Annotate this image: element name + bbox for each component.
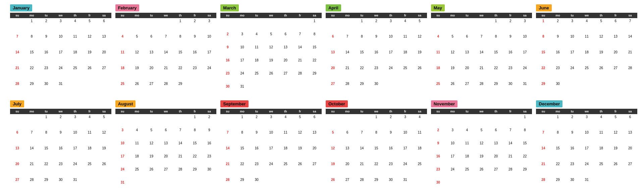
day-header-mo: mo <box>235 13 249 18</box>
calendar-day-cell: 17 <box>445 153 460 166</box>
calendar-day-cell: 30 <box>250 177 264 193</box>
calendar-day-cell: 23 <box>369 65 383 81</box>
calendar-empty-cell <box>340 18 355 34</box>
calendar-day-cell: 11 <box>250 44 264 57</box>
calendar-day-cell: 27 <box>159 166 173 180</box>
calendar-day-cell: 21 <box>340 65 355 81</box>
day-header-fr: fr <box>503 109 518 114</box>
calendar-day-cell: 7 <box>503 127 518 140</box>
month-april: Aprilsumotuwethfrsa123456789101112131415… <box>326 3 427 97</box>
calendar-day-cell: 28 <box>159 81 173 97</box>
calendar-day-cell: 15 <box>536 50 550 65</box>
day-header-su: su <box>431 109 445 114</box>
calendar-day-cell: 14 <box>355 146 369 161</box>
calendar-day-cell: 25 <box>398 65 412 81</box>
calendar-day-cell: 9 <box>39 34 53 50</box>
calendar-empty-cell <box>340 114 355 130</box>
calendar-day-cell: 18 <box>68 50 82 65</box>
calendar-day-cell: 5 <box>293 114 307 130</box>
calendar-day-cell: 1 <box>550 114 565 130</box>
calendar-empty-cell <box>326 114 340 130</box>
calendar-day-cell: 26 <box>264 70 278 84</box>
calendar-day-cell: 29 <box>235 177 249 193</box>
calendar-day-cell: 5 <box>97 114 111 130</box>
calendar-day-cell: 29 <box>39 177 53 193</box>
month-july: Julysumotuwethfrsa1234567891011121314151… <box>10 99 111 193</box>
day-header-th: th <box>594 13 608 18</box>
day-header-we: we <box>159 109 173 114</box>
day-header-su: su <box>326 13 340 18</box>
calendar-day-cell: 4 <box>460 127 474 140</box>
calendar-day-cell: 28 <box>340 81 355 97</box>
calendar-day-cell: 14 <box>623 34 637 50</box>
calendar-day-cell: 1 <box>489 18 503 34</box>
calendar-day-cell: 10 <box>518 34 532 50</box>
day-header-sa: sa <box>307 109 322 114</box>
calendar-day-cell: 28 <box>173 166 187 180</box>
calendar-day-cell: 9 <box>53 130 68 146</box>
day-header-su: su <box>536 13 550 18</box>
month-august: Augustsumotuwethfrsa12345678910111213141… <box>115 99 217 193</box>
day-header-fr: fr <box>398 13 412 18</box>
calendar-day-cell: 13 <box>326 50 340 65</box>
calendar-day-cell: 5 <box>144 127 159 140</box>
day-header-su: su <box>10 13 24 18</box>
calendar-day-cell: 28 <box>24 177 39 193</box>
calendar-day-cell: 27 <box>278 70 293 84</box>
calendar-day-cell: 19 <box>445 65 460 81</box>
day-header-su: su <box>326 109 340 114</box>
day-header-sa: sa <box>202 13 216 18</box>
day-header-fr: fr <box>187 109 202 114</box>
calendar-day-cell: 14 <box>173 140 187 153</box>
calendar-day-cell: 20 <box>340 161 355 177</box>
day-header-fr: fr <box>293 13 307 18</box>
day-header-th: th <box>489 109 503 114</box>
calendar-day-cell: 24 <box>68 161 82 177</box>
calendar-day-cell: 20 <box>608 50 623 65</box>
calendar-day-cell: 29 <box>518 166 532 180</box>
calendar-day-cell: 10 <box>565 34 580 50</box>
calendar-empty-cell <box>293 18 307 31</box>
calendar-day-cell: 2 <box>565 114 580 130</box>
calendar-day-cell: 6 <box>10 130 24 146</box>
calendar-day-cell: 4 <box>413 114 427 130</box>
day-header-tu: tu <box>250 13 264 18</box>
calendar-day-cell: 23 <box>503 65 518 81</box>
calendar-day-cell: 23 <box>383 161 398 177</box>
calendar-day-cell: 10 <box>264 130 278 146</box>
calendar-empty-cell <box>460 114 474 127</box>
main-container: Januarysumotuwethfrsa1234567891011121314… <box>0 0 644 196</box>
month-name-december: December <box>536 100 562 107</box>
day-header-su: su <box>536 109 550 114</box>
calendar-empty-cell <box>326 18 340 34</box>
month-march: Marchsumotuwethfrsa123456789101112131415… <box>220 3 322 97</box>
calendar-day-cell: 6 <box>144 34 159 50</box>
calendar-day-cell: 16 <box>565 146 580 161</box>
calendar-day-cell: 7 <box>340 34 355 50</box>
calendar-day-cell: 14 <box>159 50 173 65</box>
calendar-day-cell: 4 <box>431 34 445 50</box>
calendar-empty-cell <box>431 114 445 127</box>
calendar-day-cell: 1 <box>536 18 550 34</box>
calendar-day-cell: 6 <box>340 130 355 146</box>
calendar-day-cell: 1 <box>173 18 187 34</box>
day-header-sa: sa <box>623 109 637 114</box>
calendar-day-cell: 8 <box>24 34 39 50</box>
calendar-day-cell: 12 <box>445 50 460 65</box>
calendar-day-cell: 26 <box>594 65 608 81</box>
day-header-we: we <box>369 109 383 114</box>
calendar-empty-cell <box>460 18 474 34</box>
calendar-day-cell: 30 <box>565 177 580 193</box>
calendar-day-cell: 20 <box>460 65 474 81</box>
day-header-mo: mo <box>24 13 39 18</box>
calendar-empty-cell <box>144 18 159 34</box>
calendar-day-cell: 31 <box>235 84 249 97</box>
day-header-su: su <box>220 13 235 18</box>
calendar-day-cell: 14 <box>10 50 24 65</box>
calendar-day-cell: 25 <box>250 70 264 84</box>
calendar-empty-cell <box>24 114 39 130</box>
calendar-day-cell: 29 <box>187 166 202 180</box>
calendar-day-cell: 10 <box>445 140 460 153</box>
calendar-day-cell: 19 <box>608 146 623 161</box>
calendar-day-cell: 24 <box>580 161 594 177</box>
